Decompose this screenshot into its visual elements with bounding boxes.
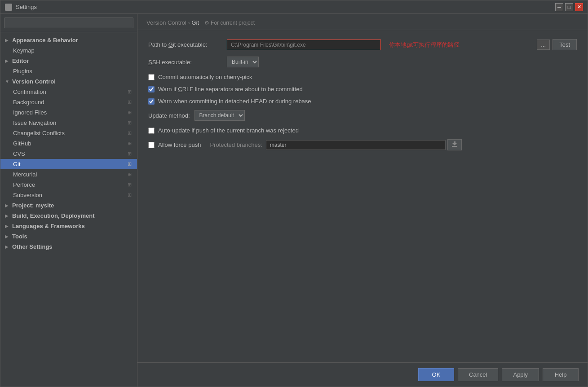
sidebar: ▶ Appearance & Behavior Keymap ▶ Editor … — [0, 14, 137, 387]
sidebar-item-plugins-label: Plugins — [13, 68, 32, 75]
breadcrumb-current: Git — [191, 19, 199, 26]
titlebar: Settings ─ □ ✕ — [0, 0, 588, 14]
protected-branches-container: Protected branches: — [210, 139, 461, 150]
path-label: Path to Git executable: — [148, 41, 227, 48]
expand-arrow-build: ▶ — [5, 213, 10, 218]
sidebar-item-languages[interactable]: ▶ Languages & Frameworks — [0, 221, 137, 231]
path-row: Path to Git executable: 你本地git可执行程序的路径 .… — [148, 39, 577, 50]
checkbox-autoupdate[interactable] — [148, 128, 155, 134]
update-method-select[interactable]: Branch default Merge Rebase — [195, 110, 245, 121]
sidebar-item-build-label: Build, Execution, Deployment — [12, 212, 94, 219]
app-icon — [5, 4, 12, 11]
maximize-button[interactable]: □ — [565, 3, 573, 11]
sidebar-item-background[interactable]: Background ⊞ — [0, 97, 137, 107]
checkbox-cherry-pick[interactable] — [148, 74, 155, 80]
help-button[interactable]: Help — [543, 368, 579, 381]
update-method-label: Update method: — [148, 112, 190, 119]
settings-icon-subversion: ⊞ — [126, 192, 133, 198]
expand-arrow-tools: ▶ — [5, 234, 10, 239]
sidebar-item-vc-label: Version Control — [12, 78, 56, 85]
sidebar-item-tools[interactable]: ▶ Tools — [0, 231, 137, 242]
settings-icon-mercurial: ⊞ — [126, 172, 133, 177]
sidebar-item-background-label: Background — [13, 99, 44, 106]
update-method-row: Update method: Branch default Merge Reba… — [148, 110, 577, 121]
settings-icon-perforce: ⊞ — [126, 182, 133, 188]
sidebar-item-changelist-conflicts[interactable]: Changelist Conflicts ⊞ — [0, 128, 137, 138]
protected-branches-button[interactable] — [447, 139, 462, 150]
checkbox-cherry-pick-row: Commit automatically on cherry-pick — [148, 74, 577, 80]
ssh-select[interactable]: Built-in Native — [227, 57, 259, 67]
sidebar-item-version-control[interactable]: ▼ Version Control — [0, 76, 137, 87]
sidebar-item-cvs[interactable]: CVS ⊞ — [0, 149, 137, 159]
sidebar-item-git[interactable]: Git ⊞ — [0, 159, 137, 169]
protected-branches-input[interactable] — [266, 140, 446, 150]
minimize-button[interactable]: ─ — [555, 3, 563, 11]
expand-arrow-appearance: ▶ — [5, 38, 10, 43]
checkbox-crlf-label[interactable]: Warn if CRLF line separators are about t… — [158, 86, 303, 92]
force-push-label[interactable]: Allow force push — [158, 141, 201, 148]
settings-icon-ignored: ⊞ — [126, 110, 133, 115]
svg-rect-0 — [452, 146, 457, 147]
checkbox-crlf[interactable] — [148, 86, 155, 92]
close-button[interactable]: ✕ — [575, 3, 583, 11]
sidebar-item-mercurial[interactable]: Mercurial ⊞ — [0, 169, 137, 180]
window-title: Settings — [16, 4, 555, 10]
sidebar-item-perforce[interactable]: Perforce ⊞ — [0, 180, 137, 190]
sidebar-item-cvs-label: CVS — [13, 150, 25, 157]
ssh-select-container: Built-in Native — [227, 57, 259, 67]
browse-button[interactable]: ... — [537, 40, 550, 50]
settings-icon-git: ⊞ — [126, 161, 133, 167]
cancel-button[interactable]: Cancel — [458, 368, 498, 381]
sidebar-item-other-label: Other Settings — [12, 243, 53, 250]
sidebar-item-build[interactable]: ▶ Build, Execution, Deployment — [0, 211, 137, 221]
path-input-container: 你本地git可执行程序的路径 ... Test — [227, 39, 577, 50]
sidebar-item-issue-nav-label: Issue Navigation — [13, 119, 56, 126]
expand-arrow-project: ▶ — [5, 203, 10, 208]
expand-arrow-editor: ▶ — [5, 58, 10, 63]
test-button[interactable]: Test — [553, 39, 577, 50]
sidebar-item-ignored-files[interactable]: Ignored Files ⊞ — [0, 107, 137, 118]
sidebar-item-other[interactable]: ▶ Other Settings — [0, 242, 137, 252]
checkbox-force-push[interactable] — [148, 142, 155, 148]
sidebar-item-subversion-label: Subversion — [13, 192, 42, 198]
sidebar-item-languages-label: Languages & Frameworks — [12, 223, 85, 229]
main-panel: Version Control › Git ⚙ For current proj… — [137, 14, 588, 387]
sidebar-item-plugins[interactable]: Plugins — [0, 66, 137, 76]
sidebar-item-ignored-files-label: Ignored Files — [13, 109, 47, 116]
ssh-label-underline: S — [148, 59, 152, 66]
checkbox-autoupdate-label[interactable]: Auto-update if push of the current branc… — [158, 127, 299, 134]
ok-button[interactable]: OK — [418, 368, 454, 381]
footer: OK Cancel Apply Help — [137, 362, 588, 387]
expand-arrow-other: ▶ — [5, 244, 10, 249]
sidebar-item-keymap[interactable]: Keymap — [0, 45, 137, 56]
sidebar-item-confirmation[interactable]: Confirmation ⊞ — [0, 87, 137, 97]
sidebar-item-changelist-label: Changelist Conflicts — [13, 130, 65, 136]
checkbox-detached-head-row: Warn when committing in detached HEAD or… — [148, 98, 577, 105]
sidebar-item-editor[interactable]: ▶ Editor — [0, 56, 137, 66]
breadcrumb: Version Control › Git ⚙ For current proj… — [137, 14, 588, 30]
sidebar-item-subversion[interactable]: Subversion ⊞ — [0, 190, 137, 200]
checkbox-detached-head-label[interactable]: Warn when committing in detached HEAD or… — [158, 98, 311, 105]
path-label-underline: G — [168, 41, 173, 48]
ssh-row: SSH executable: Built-in Native — [148, 57, 577, 67]
sidebar-item-project[interactable]: ▶ Project: mysite — [0, 200, 137, 211]
checkbox-cherry-pick-label[interactable]: Commit automatically on cherry-pick — [158, 74, 252, 80]
sidebar-item-project-label: Project: mysite — [12, 202, 54, 209]
expand-arrow-vc: ▼ — [5, 79, 10, 84]
sidebar-item-github-label: GitHub — [13, 140, 31, 147]
path-annotation: 你本地git可执行程序的路径 — [385, 41, 535, 49]
apply-button[interactable]: Apply — [502, 368, 539, 381]
sidebar-item-confirmation-label: Confirmation — [13, 88, 46, 95]
sidebar-item-issue-navigation[interactable]: Issue Navigation ⊞ — [0, 118, 137, 128]
search-input[interactable] — [4, 18, 133, 28]
sidebar-item-editor-label: Editor — [12, 57, 29, 64]
checkbox-autoupdate-row: Auto-update if push of the current branc… — [148, 127, 577, 134]
force-push-row: Allow force push Protected branches: — [148, 139, 577, 150]
checkbox-detached-head[interactable] — [148, 98, 155, 105]
sidebar-item-appearance[interactable]: ▶ Appearance & Behavior — [0, 35, 137, 45]
settings-icon-confirmation: ⊞ — [126, 89, 133, 95]
sidebar-item-github[interactable]: GitHub ⊞ — [0, 138, 137, 149]
path-input[interactable] — [227, 40, 381, 50]
settings-window: Settings ─ □ ✕ ▶ Appearance & Behavior K… — [0, 0, 588, 387]
download-icon — [451, 141, 458, 147]
